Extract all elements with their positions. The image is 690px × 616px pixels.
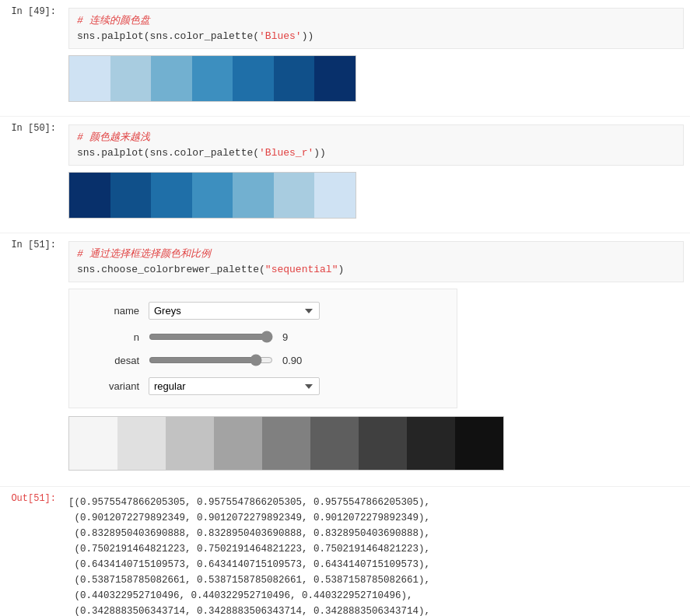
palette-bar-50: [68, 172, 356, 219]
cell-51-content: # 通过选择框选择颜色和比例 sns.choose_colorbrewer_pa…: [62, 238, 690, 481]
greys-swatch-3: [166, 417, 214, 470]
output-line-1: [(0.9575547866205305, 0.9575547866205305…: [68, 495, 684, 510]
code-line-51-1: # 通过选择框选择颜色和比例: [77, 247, 675, 262]
code-line-50-2: sns.palplot(sns.color_palette('Blues_r')…: [77, 145, 675, 161]
desat-slider[interactable]: [149, 354, 273, 366]
swatch-49-1: [69, 56, 110, 101]
palette-bar-49: [68, 55, 356, 102]
n-value: 9: [282, 331, 306, 343]
swatch-50-5: [233, 173, 274, 218]
greys-swatch-8: [407, 417, 455, 470]
notebook: In [49]: # 连续的颜色盘 sns.palplot(sns.color_…: [0, 0, 690, 616]
swatch-50-1: [69, 173, 110, 218]
swatch-50-3: [151, 173, 192, 218]
code-line-49-1: # 连续的颜色盘: [77, 13, 675, 29]
widget-desat-label: desat: [85, 355, 139, 366]
swatch-49-7: [314, 56, 356, 101]
func-50: sns.palplot(sns.color_palette(: [77, 147, 259, 159]
swatch-50-6: [274, 173, 315, 218]
cell-50-code: # 颜色越来越浅 sns.palplot(sns.color_palette('…: [68, 124, 684, 166]
output-line-7: (0.440322952710496, 0.440322952710496, 0…: [68, 588, 684, 604]
close-50: )): [313, 147, 326, 159]
comment-51: # 通过选择框选择颜色和比例: [77, 248, 211, 260]
swatch-50-7: [314, 173, 356, 218]
widget-variant-control[interactable]: regular reverse dark: [149, 377, 441, 395]
output-line-2: (0.9012072279892349, 0.9012072279892349,…: [68, 510, 684, 526]
greys-swatch-4: [214, 417, 262, 470]
greys-swatch-2: [117, 417, 166, 470]
string-51: "sequential": [265, 264, 338, 275]
greys-swatch-5: [262, 417, 310, 470]
cell-49: In [49]: # 连续的颜色盘 sns.palplot(sns.color_…: [0, 0, 690, 117]
output-line-8: (0.3428883506343714, 0.3428883506343714,…: [68, 604, 684, 616]
widget-name-label: name: [85, 305, 139, 317]
comment-50: # 颜色越来越浅: [77, 131, 150, 143]
widget-row-desat: desat 0.90: [85, 354, 441, 366]
widget-desat-control: 0.90: [149, 354, 441, 366]
desat-value: 0.90: [282, 355, 306, 366]
cell-51-code: # 通过选择框选择颜色和比例 sns.choose_colorbrewer_pa…: [68, 241, 684, 282]
swatch-49-6: [274, 56, 315, 101]
close-49: )): [302, 30, 314, 42]
widget-row-name: name Greys Blues Greens Oranges Purples …: [85, 302, 441, 320]
cell-51-label: In [51]:: [0, 238, 62, 250]
cell-50-content: # 颜色越来越浅 sns.palplot(sns.color_palette('…: [62, 121, 690, 228]
widget-n-label: n: [85, 331, 139, 343]
string-50: 'Blues_r': [259, 147, 313, 159]
widget-area-51: name Greys Blues Greens Oranges Purples …: [68, 289, 457, 408]
func-51: sns.choose_colorbrewer_palette(: [77, 264, 265, 275]
widget-row-n: n 9: [85, 331, 441, 343]
code-line-51-2: sns.choose_colorbrewer_palette("sequenti…: [77, 262, 675, 278]
comment-49: # 连续的颜色盘: [77, 15, 150, 26]
num-label-50: [50]:: [28, 123, 56, 134]
num-label-51: [51]:: [28, 240, 56, 250]
swatch-50-2: [110, 173, 152, 218]
cell-50-label: In [50]:: [0, 121, 62, 134]
swatch-50-4: [192, 173, 233, 218]
swatch-49-2: [110, 56, 152, 101]
string-49: 'Blues': [259, 30, 302, 42]
cell-49-label: In [49]:: [0, 5, 62, 17]
variant-select[interactable]: regular reverse dark: [149, 377, 320, 395]
swatch-49-3: [151, 56, 192, 101]
output-line-3: (0.8328950403690888, 0.8328950403690888,…: [68, 526, 684, 541]
widget-row-variant: variant regular reverse dark: [85, 377, 441, 395]
cell-50: In [50]: # 颜色越来越浅 sns.palplot(sns.color_…: [0, 117, 690, 233]
num-label-49: [49]:: [28, 6, 56, 17]
in-label-51: In: [11, 240, 28, 250]
swatch-49-4: [192, 56, 233, 101]
n-slider[interactable]: [149, 331, 273, 343]
output-line-4: (0.7502191464821223, 0.7502191464821223,…: [68, 541, 684, 557]
greys-swatch-7: [359, 417, 407, 470]
widget-name-control[interactable]: Greys Blues Greens Oranges Purples Reds: [149, 302, 441, 320]
output-line-6: (0.5387158785082661, 0.5387158785082661,…: [68, 572, 684, 588]
code-line-49-2: sns.palplot(sns.color_palette('Blues')): [77, 29, 675, 44]
output-51: Out[51]: [(0.9575547866205305, 0.9575547…: [0, 487, 690, 616]
widget-variant-label: variant: [85, 380, 139, 392]
greys-swatch-9: [455, 417, 503, 470]
in-label-50: In: [11, 123, 28, 134]
cell-49-content: # 连续的颜色盘 sns.palplot(sns.color_palette('…: [62, 5, 690, 111]
output-line-5: (0.6434140715109573, 0.6434140715109573,…: [68, 557, 684, 572]
greys-swatch-6: [310, 417, 359, 470]
widget-n-control: 9: [149, 331, 441, 343]
greys-palette-bar: [68, 416, 504, 471]
cell-51: In [51]: # 通过选择框选择颜色和比例 sns.choose_color…: [0, 233, 690, 487]
name-select[interactable]: Greys Blues Greens Oranges Purples Reds: [149, 302, 320, 320]
close-51: ): [338, 264, 344, 275]
output-51-label: Out[51]:: [0, 492, 62, 616]
output-51-content: [(0.9575547866205305, 0.9575547866205305…: [62, 492, 690, 616]
greys-swatch-1: [69, 417, 117, 470]
in-label-49: In: [11, 6, 28, 17]
code-line-50-1: # 颜色越来越浅: [77, 130, 675, 145]
swatch-49-5: [233, 56, 274, 101]
func-49: sns.palplot(sns.color_palette(: [77, 30, 259, 42]
cell-49-code: # 连续的颜色盘 sns.palplot(sns.color_palette('…: [68, 8, 684, 49]
